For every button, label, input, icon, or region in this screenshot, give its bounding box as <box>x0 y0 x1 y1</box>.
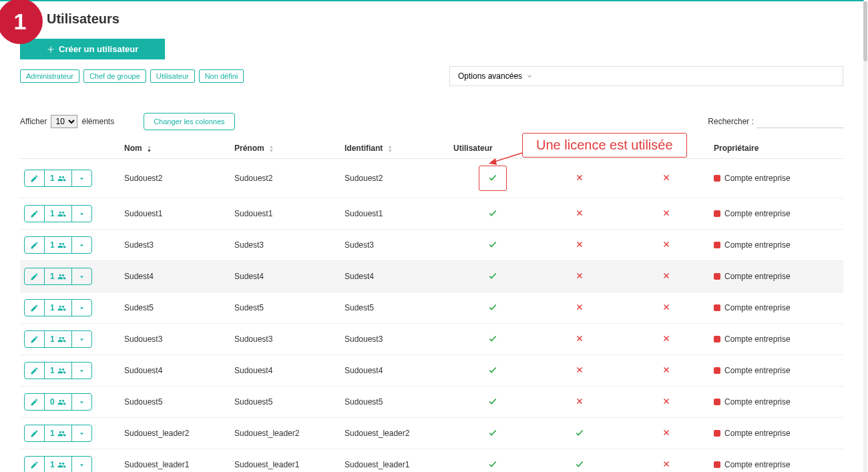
cell-owner: Compte entreprise <box>710 292 843 324</box>
row-actions: 1 <box>24 268 92 285</box>
table-row: 0Sudouest5Sudouest5Sudouest5Compte entre… <box>20 387 843 418</box>
edit-button[interactable] <box>25 425 45 441</box>
callout-license-used: Une licence est utilisée <box>522 133 687 158</box>
edit-button[interactable] <box>25 300 45 316</box>
row-menu-button[interactable] <box>72 206 91 222</box>
cell-prenom: Sudouest_leader2 <box>230 418 341 449</box>
cell-user-license <box>449 387 536 418</box>
group-count-button[interactable]: 1 <box>45 237 72 253</box>
cell-status-0 <box>536 159 623 198</box>
edit-button[interactable] <box>25 394 45 410</box>
filter-chip[interactable]: Administrateur <box>20 69 79 83</box>
row-menu-button[interactable] <box>72 237 91 253</box>
row-actions: 1 <box>24 170 92 187</box>
owner-color-icon <box>714 242 720 248</box>
row-menu-button[interactable] <box>72 300 91 316</box>
cell-ident: Sudouest5 <box>341 387 449 418</box>
owner-color-icon <box>714 461 720 468</box>
show-label-pre: Afficher <box>20 117 47 126</box>
row-menu-button[interactable] <box>72 268 91 284</box>
svg-marker-37 <box>489 158 497 165</box>
create-user-label: Créer un utilisateur <box>59 44 138 54</box>
cell-user-license <box>449 449 536 473</box>
group-count-button[interactable]: 1 <box>45 363 72 379</box>
svg-line-36 <box>493 153 522 162</box>
cell-status-1 <box>623 261 710 292</box>
group-count-button[interactable]: 1 <box>45 206 72 222</box>
edit-button[interactable] <box>25 331 45 347</box>
show-label-post: éléments <box>81 117 114 126</box>
cell-prenom: Sudouest1 <box>230 198 341 230</box>
cell-user-license <box>449 198 536 230</box>
cell-ident: Sudest4 <box>341 261 449 292</box>
cell-status-1 <box>623 387 710 418</box>
cell-user-license <box>449 230 536 261</box>
search-input[interactable] <box>756 115 843 128</box>
group-count-button[interactable]: 1 <box>45 268 72 284</box>
cell-ident: Sudest3 <box>341 230 449 261</box>
cell-status-0 <box>536 355 623 387</box>
filter-chip[interactable]: Non défini <box>199 69 244 83</box>
cell-status-1 <box>623 418 710 449</box>
edit-button[interactable] <box>25 170 45 186</box>
edit-button[interactable] <box>25 457 45 472</box>
chevron-down-icon <box>526 73 533 79</box>
col-prenom[interactable]: Prénom ▲▼ <box>230 138 341 159</box>
page-length-select[interactable]: 10 <box>51 115 77 128</box>
col-proprietaire: Propriétaire <box>710 138 843 159</box>
group-count-button[interactable]: 1 <box>45 300 72 316</box>
owner-color-icon <box>714 336 720 342</box>
cell-nom: Sudouest4 <box>120 355 230 387</box>
cell-status-0 <box>536 261 623 292</box>
col-nom[interactable]: Nom ▲▼ <box>120 138 230 159</box>
filter-chip[interactable]: Utilisateur <box>150 69 195 83</box>
row-actions: 1 <box>24 330 92 348</box>
group-count-button[interactable]: 0 <box>45 394 72 410</box>
cell-owner: Compte entreprise <box>710 230 843 261</box>
cell-nom: Sudouest5 <box>120 387 230 418</box>
cell-status-0 <box>536 230 623 261</box>
cell-status-0 <box>536 449 623 473</box>
row-menu-button[interactable] <box>72 363 91 379</box>
cell-owner: Compte entreprise <box>710 355 843 387</box>
row-actions: 1 <box>24 425 92 442</box>
row-menu-button[interactable] <box>72 457 91 472</box>
row-menu-button[interactable] <box>72 394 91 410</box>
row-menu-button[interactable] <box>72 170 91 186</box>
change-columns-button[interactable]: Changer les colonnes <box>144 113 234 130</box>
cell-owner: Compte entreprise <box>710 159 843 198</box>
col-identifiant[interactable]: Identifiant ▲▼ <box>341 138 449 159</box>
group-count-button[interactable]: 1 <box>45 170 72 186</box>
table-row: 1Sudouest_leader1Sudouest_leader1Sudoues… <box>20 449 843 473</box>
row-actions: 1 <box>24 299 92 316</box>
step-badge: 1 <box>0 0 43 44</box>
cell-nom: Sudest3 <box>120 230 230 261</box>
cell-prenom: Sudest5 <box>230 292 341 324</box>
advanced-options-dropdown[interactable]: Options avancées <box>449 66 843 86</box>
table-row: 1Sudest5Sudest5Sudest5Compte entreprise <box>20 292 843 324</box>
cell-ident: Sudouest3 <box>341 324 449 355</box>
cell-user-license <box>449 324 536 355</box>
group-count-button[interactable]: 1 <box>45 331 72 347</box>
row-menu-button[interactable] <box>72 425 91 441</box>
scrollbar[interactable] <box>863 1 867 472</box>
edit-button[interactable] <box>25 268 45 284</box>
row-menu-button[interactable] <box>72 331 91 347</box>
table-row: 1Sudouest2Sudouest2Sudouest2Compte entre… <box>20 159 843 198</box>
row-actions: 0 <box>24 393 92 411</box>
plus-icon <box>47 45 55 53</box>
row-actions: 1 <box>24 205 92 222</box>
row-actions: 1 <box>24 456 92 472</box>
group-count-button[interactable]: 1 <box>45 425 72 441</box>
edit-button[interactable] <box>25 206 45 222</box>
cell-prenom: Sudouest4 <box>230 355 341 387</box>
cell-owner: Compte entreprise <box>710 324 843 355</box>
edit-button[interactable] <box>25 237 45 253</box>
edit-button[interactable] <box>25 363 45 379</box>
group-count-button[interactable]: 1 <box>45 457 72 472</box>
create-user-button[interactable]: Créer un utilisateur <box>20 39 165 59</box>
cell-prenom: Sudouest_leader1 <box>230 449 341 473</box>
page-title: Utilisateurs <box>47 11 843 27</box>
filter-chip[interactable]: Chef de groupe <box>83 69 146 83</box>
owner-color-icon <box>714 175 720 182</box>
